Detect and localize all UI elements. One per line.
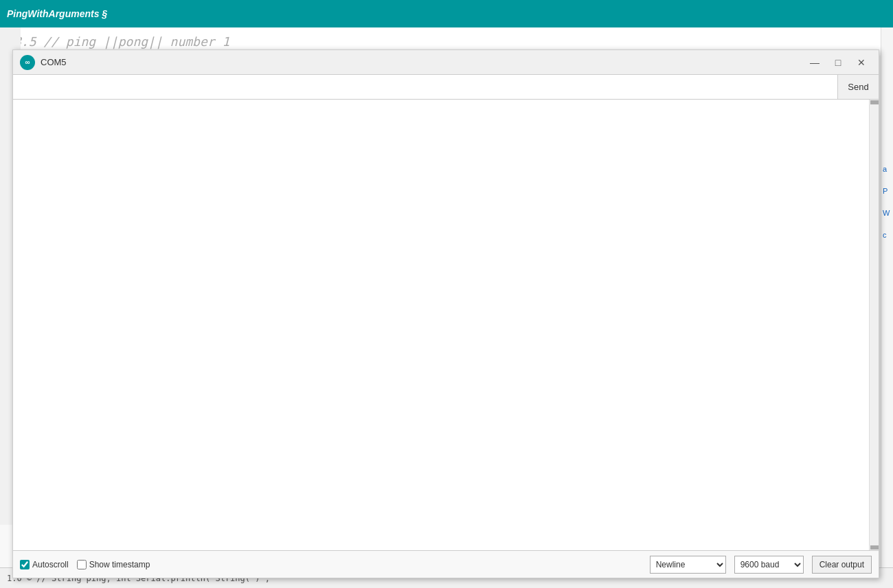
ide-code-line: 8.5 // ping ||pong|| number 1: [14, 34, 229, 49]
scrollbar-track[interactable]: [869, 100, 879, 550]
right-panel-letters: a P W c: [881, 27, 893, 239]
ide-title: PingWithArguments §: [7, 8, 107, 19]
arduino-logo-icon: ∞: [20, 55, 35, 70]
right-letter-p: P: [883, 187, 892, 195]
timestamp-label[interactable]: Show timestamp: [89, 560, 150, 569]
right-letter-w: W: [883, 209, 892, 217]
modal-title-text: COM5: [41, 57, 67, 67]
status-bar: Autoscroll Show timestamp Newline No lin…: [13, 550, 879, 578]
timestamp-container: Show timestamp: [77, 560, 150, 569]
right-letter-c: c: [883, 231, 892, 239]
ide-titlebar: PingWithArguments §: [0, 0, 893, 27]
minimize-button[interactable]: —: [804, 54, 825, 71]
newline-select[interactable]: Newline No line ending Carriage return B…: [650, 556, 726, 574]
serial-monitor-window: ∞ COM5 — □ ✕ Send Autoscroll Show: [12, 49, 879, 578]
output-content: [13, 100, 879, 550]
scroll-down-arrow[interactable]: [870, 545, 879, 550]
autoscroll-label[interactable]: Autoscroll: [32, 560, 69, 569]
right-letter-a: a: [883, 165, 892, 173]
autoscroll-checkbox[interactable]: [20, 560, 30, 569]
input-row: Send: [13, 75, 879, 100]
send-button[interactable]: Send: [837, 75, 879, 99]
scroll-up-arrow[interactable]: [870, 100, 879, 104]
close-button[interactable]: ✕: [851, 54, 872, 71]
output-area: [13, 100, 879, 550]
window-controls: — □ ✕: [804, 54, 872, 71]
maximize-button[interactable]: □: [828, 54, 848, 71]
autoscroll-container: Autoscroll: [20, 560, 69, 569]
modal-title-left: ∞ COM5: [20, 55, 67, 70]
right-panel: a P W c: [881, 27, 893, 588]
message-input[interactable]: [13, 75, 837, 99]
timestamp-checkbox[interactable]: [77, 560, 87, 569]
clear-output-button[interactable]: Clear output: [812, 556, 872, 574]
baud-select[interactable]: 300 baud 1200 baud 2400 baud 4800 baud 9…: [734, 556, 804, 574]
modal-titlebar: ∞ COM5 — □ ✕: [13, 50, 879, 75]
